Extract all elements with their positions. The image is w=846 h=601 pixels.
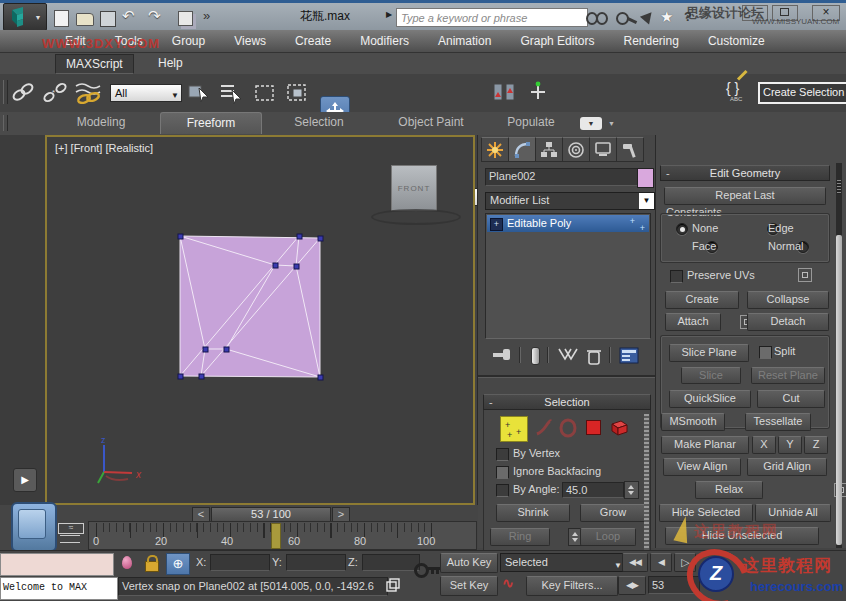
tab-modify-panel[interactable] [508, 137, 536, 162]
key-filter-selected-dropdown[interactable]: Selected ▼ [500, 553, 626, 572]
tessellate-button[interactable]: Tessellate [745, 413, 811, 431]
polygon-subobject-button[interactable] [586, 420, 601, 435]
tab-freeform[interactable]: Freeform [160, 112, 262, 134]
default-tangent-icon[interactable]: ∿ [502, 575, 514, 591]
unlink-selection-icon[interactable]: * [42, 80, 68, 106]
select-by-name-icon[interactable] [218, 80, 244, 106]
ribbon-handle[interactable] [3, 115, 8, 131]
constraint-none-radio[interactable] [676, 223, 688, 235]
by-angle-checkbox[interactable] [496, 484, 509, 497]
expand-panel-button[interactable]: ▶ [13, 468, 37, 492]
app-logo-button[interactable]: ▼ [3, 3, 47, 31]
toolbar-drag-handle[interactable] [3, 80, 8, 104]
open-file-icon[interactable] [76, 13, 94, 26]
previous-frame-button[interactable]: ◀ [650, 553, 672, 572]
ring-button[interactable]: Ring [490, 528, 550, 546]
tab-hierarchy-panel[interactable] [535, 137, 563, 162]
panel-scrollbar-thumb[interactable] [836, 235, 842, 545]
make-planar-x-button[interactable]: X [752, 436, 776, 454]
tab-motion-panel[interactable] [562, 137, 590, 162]
tab-create-panel[interactable] [481, 137, 509, 162]
coord-x-field[interactable] [210, 554, 270, 571]
by-angle-value-field[interactable]: 45.0 [562, 482, 624, 498]
viewcube[interactable]: FRONT [391, 165, 437, 211]
time-slider[interactable]: 53 / 100 [211, 507, 331, 522]
menu-create[interactable]: Create [282, 30, 344, 52]
adaptive-degradation-icon[interactable] [384, 577, 402, 595]
loop-button[interactable]: Loop [580, 528, 636, 546]
prev-frame-button[interactable]: < [192, 507, 210, 522]
msmooth-button[interactable]: MSmooth [661, 413, 725, 431]
ribbon-minimize-button[interactable]: ▼ [580, 117, 602, 130]
make-planar-button[interactable]: Make Planar [661, 436, 749, 454]
menu-animation[interactable]: Animation [425, 30, 504, 52]
attach-button[interactable]: Attach [665, 313, 721, 331]
show-end-result-icon[interactable] [531, 347, 540, 365]
configure-modifier-sets-icon[interactable] [619, 346, 641, 366]
grid-align-button[interactable]: Grid Align [747, 458, 827, 476]
select-and-manipulate-icon[interactable] [526, 80, 552, 106]
relax-button[interactable]: Relax [695, 481, 763, 499]
new-file-icon[interactable] [54, 10, 69, 27]
absolute-mode-toggle[interactable]: ⊕ [166, 553, 190, 575]
maxscript-listener-white[interactable]: Welcome to MAX [0, 577, 118, 600]
vertex-subobject-button[interactable]: + + + [500, 416, 528, 442]
rollout-scrollbar[interactable] [644, 414, 649, 554]
toolbar-overflow-icon[interactable]: » [203, 8, 210, 23]
title-flyout-icon[interactable]: ▶ [386, 10, 392, 19]
named-selection-combobox[interactable]: Create Selection [758, 82, 846, 104]
window-crossing-toggle-icon[interactable] [284, 80, 310, 106]
coord-y-field[interactable] [286, 554, 346, 571]
create-button[interactable]: Create [665, 291, 739, 309]
open-mini-curve-editor-button[interactable]: ≈ [58, 523, 84, 545]
auto-key-button[interactable]: Auto Key [440, 553, 498, 573]
make-planar-z-button[interactable]: Z [804, 436, 828, 454]
edit-named-selection-sets-button[interactable]: { } ABC [726, 78, 754, 108]
viewport-layout-button[interactable] [11, 502, 57, 552]
edit-geometry-header[interactable]: - Edit Geometry [660, 165, 830, 181]
menu-help[interactable]: Help [148, 54, 193, 72]
slice-button[interactable]: Slice [681, 367, 741, 384]
view-align-button[interactable]: View Align [663, 458, 741, 476]
key-mode-toggle-button[interactable]: ◀▶ [618, 576, 646, 595]
tab-display-panel[interactable] [589, 137, 617, 162]
shrink-button[interactable]: Shrink [496, 504, 570, 522]
selection-rollout-header[interactable]: - Selection [483, 394, 651, 410]
modifier-list-dropdown[interactable]: Modifier List ▼ [485, 192, 655, 210]
set-key-button[interactable]: Set Key [440, 576, 498, 596]
tab-utilities-panel[interactable] [616, 137, 644, 162]
split-checkbox[interactable] [759, 346, 772, 359]
menu-customize[interactable]: Customize [695, 30, 778, 52]
search-input[interactable] [396, 8, 588, 27]
viewport-label[interactable]: [+] [Front] [Realistic] [55, 142, 153, 154]
quickslice-button[interactable]: QuickSlice [669, 390, 751, 408]
save-file-icon[interactable] [100, 11, 116, 27]
tab-populate[interactable]: Populate [488, 112, 574, 133]
element-subobject-button[interactable] [608, 416, 630, 438]
make-unique-icon[interactable] [557, 347, 579, 365]
by-angle-spinner[interactable] [624, 481, 639, 499]
menu-views[interactable]: Views [221, 30, 279, 52]
communication-satellite-icon[interactable] [640, 8, 656, 24]
maxscript-listener-pink[interactable] [0, 553, 114, 576]
slice-plane-button[interactable]: Slice Plane [669, 344, 749, 362]
tab-selection[interactable]: Selection [266, 112, 372, 133]
edge-subobject-button[interactable] [534, 418, 554, 438]
track-bar[interactable]: 0 20 40 60 80 100 [88, 521, 477, 550]
cut-button[interactable]: Cut [757, 390, 825, 408]
remove-modifier-icon[interactable] [585, 346, 603, 366]
selection-filter-dropdown[interactable]: All ▼ [110, 84, 182, 102]
hide-selected-button[interactable]: Hide Selected [659, 504, 753, 522]
object-name-field[interactable]: Plane002 [485, 168, 639, 186]
modifier-stack[interactable]: + Editable Poly + + [485, 213, 651, 339]
collapse-button[interactable]: Collapse [747, 291, 829, 309]
isolate-balloon-icon[interactable] [122, 556, 132, 569]
unhide-all-button[interactable]: Unhide All [755, 504, 831, 522]
select-object-icon[interactable] [186, 80, 212, 106]
menu-graph-editors[interactable]: Graph Editors [507, 30, 607, 52]
repeat-last-button[interactable]: Repeat Last [664, 187, 826, 205]
ribbon-minimize-arrow[interactable]: ▼ [608, 120, 615, 127]
preserve-uvs-settings-button[interactable] [798, 268, 812, 282]
by-vertex-checkbox[interactable] [496, 448, 509, 461]
rectangular-selection-region-icon[interactable] [252, 80, 278, 106]
